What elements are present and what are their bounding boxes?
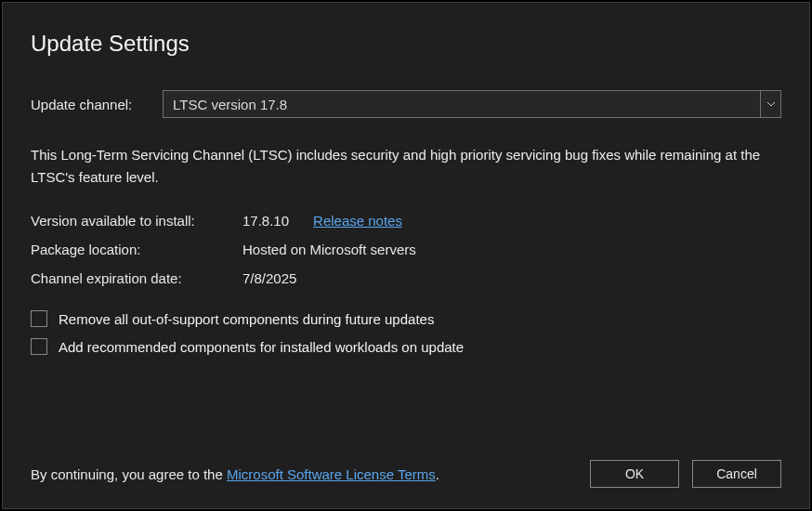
license-terms-link[interactable]: Microsoft Software License Terms [227,466,436,482]
version-available-label: Version available to install: [31,213,242,229]
version-available-value: 17.8.10 [242,213,289,229]
package-row: Package location: Hosted on Microsoft se… [31,242,781,257]
ok-button[interactable]: OK [590,460,679,488]
version-row: Version available to install: 17.8.10 Re… [31,213,781,229]
add-recommended-option[interactable]: Add recommended components for installed… [31,338,781,355]
page-title: Update Settings [31,31,781,57]
channel-row: Update channel: LTSC version 17.8 [31,90,781,118]
dialog-footer: By continuing, you agree to the Microsof… [31,460,781,488]
channel-label: Update channel: [31,97,163,112]
release-notes-link[interactable]: Release notes [313,213,402,229]
chevron-down-icon [767,102,775,107]
agree-suffix: . [436,466,439,482]
channel-expiration-label: Channel expiration date: [31,270,242,286]
remove-oos-label: Remove all out-of-support components dur… [59,311,434,327]
add-recommended-label: Add recommended components for installed… [59,339,464,355]
package-location-label: Package location: [31,242,242,257]
channel-description: This Long-Term Servicing Channel (LTSC) … [31,144,781,189]
remove-oos-option[interactable]: Remove all out-of-support components dur… [31,310,781,327]
agree-prefix: By continuing, you agree to the [31,466,227,482]
license-agreement-text: By continuing, you agree to the Microsof… [31,466,577,482]
add-recommended-checkbox[interactable] [31,338,47,355]
update-settings-dialog: Update Settings Update channel: LTSC ver… [2,2,810,509]
cancel-button[interactable]: Cancel [692,460,781,488]
channel-expiration-value: 7/8/2025 [242,270,296,286]
expiration-row: Channel expiration date: 7/8/2025 [31,270,781,286]
remove-oos-checkbox[interactable] [31,310,47,327]
options-group: Remove all out-of-support components dur… [31,310,781,355]
dropdown-selected-value: LTSC version 17.8 [164,91,760,117]
update-channel-dropdown[interactable]: LTSC version 17.8 [163,90,781,118]
dropdown-toggle-button[interactable] [760,91,780,117]
package-location-value: Hosted on Microsoft servers [242,242,416,257]
